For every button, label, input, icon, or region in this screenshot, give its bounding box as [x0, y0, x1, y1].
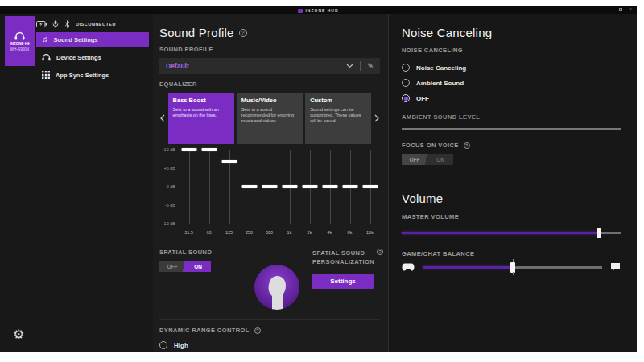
eq-band-500[interactable]: 500	[259, 148, 279, 238]
equalizer-presets: Bass Boost Sets to a sound with an empha…	[159, 93, 380, 144]
eq-y-tick-label: 0 dB	[167, 184, 175, 189]
close-icon[interactable]: ×	[629, 8, 632, 11]
nc-option-ambient-sound[interactable]: Ambient Sound	[402, 79, 621, 87]
eq-slider-handle[interactable]	[322, 185, 337, 188]
gamepad-icon	[402, 263, 415, 271]
equalizer-label: EQUALIZER	[159, 80, 380, 88]
ambient-sound-level-slider	[402, 128, 621, 130]
eq-slider-track	[189, 150, 190, 224]
carousel-left-button[interactable]	[159, 93, 166, 144]
center-tick	[513, 272, 514, 275]
eq-slider-handle[interactable]	[302, 185, 317, 188]
volume-title: Volume	[402, 191, 621, 205]
eq-band-125[interactable]: 125	[219, 148, 239, 238]
drc-option-high[interactable]: High	[159, 341, 380, 349]
headphones-icon	[42, 53, 51, 61]
status-row: DISCONNECTED	[36, 19, 153, 29]
sidebar: INZONE H9 WH-G900N DISCONNECTED ♫ Sound …	[0, 14, 153, 352]
eq-band-2k[interactable]: 2k	[299, 148, 320, 238]
radio-icon	[402, 64, 410, 72]
eq-slider-handle[interactable]	[221, 160, 237, 163]
connection-status: DISCONNECTED	[76, 22, 116, 27]
eq-slider-handle[interactable]	[362, 185, 378, 188]
titlebar: INZONE HUB ×	[0, 6, 637, 14]
noise-canceling-panel: Noise Canceling NOISE CANCELING Noise Ca…	[388, 14, 637, 352]
divider	[360, 61, 361, 71]
sidebar-menu: ♫ Sound Settings Device Settings App Syn…	[36, 32, 153, 82]
sidebar-item-app-sync-settings[interactable]: App Sync Settings	[36, 68, 149, 82]
sound-settings-panel: Sound Profile ? SOUND PROFILE Default ✎ …	[153, 14, 388, 352]
carousel-right-button[interactable]	[374, 93, 380, 144]
sidebar-item-device-settings[interactable]: Device Settings	[36, 50, 149, 64]
eq-slider-handle[interactable]	[181, 148, 196, 151]
minimize-icon[interactable]	[609, 10, 613, 10]
chevron-left-icon	[160, 114, 165, 122]
music-note-icon: ♫	[42, 35, 48, 43]
eq-band-label: 250	[239, 230, 259, 235]
radio-selected-icon	[402, 94, 410, 102]
microphone-icon	[52, 20, 59, 28]
eq-slider-handle[interactable]	[242, 185, 257, 188]
dynamic-range-control-label: DYNAMIC RANGE CONTROL	[159, 327, 250, 334]
eq-band-1k[interactable]: 1k	[279, 148, 299, 238]
settings-gear-button[interactable]: ⚙	[13, 328, 24, 341]
divider	[159, 319, 380, 320]
bluetooth-icon	[64, 20, 70, 28]
help-icon[interactable]: ?	[464, 142, 470, 149]
focus-on-voice-label: FOCUS ON VOICE	[402, 142, 459, 149]
nc-option-noise-canceling[interactable]: Noise Canceling	[402, 64, 621, 72]
chevron-down-icon	[346, 64, 353, 68]
device-name: INZONE H9	[10, 42, 29, 46]
eq-band-31.5[interactable]: 31.5	[179, 148, 199, 238]
spatial-head-avatar	[254, 265, 299, 310]
eq-band-8k[interactable]: 8k	[340, 148, 360, 238]
grid-icon	[42, 71, 50, 79]
eq-slider-handle[interactable]	[262, 185, 277, 188]
eq-slider-track	[209, 150, 210, 224]
device-model: WH-G900N	[10, 47, 29, 51]
edit-pencil-icon[interactable]: ✎	[367, 62, 374, 70]
spatial-sound-label: SPATIAL SOUND	[159, 249, 254, 256]
eq-y-axis: +12 dB+6 dB0 dB-6 dB-12 dB	[159, 148, 179, 238]
sidebar-item-sound-settings[interactable]: ♫ Sound Settings	[36, 32, 149, 47]
eq-band-label: 8k	[340, 230, 360, 235]
spatial-sound-toggle[interactable]: OFF ON	[159, 261, 211, 272]
master-volume-slider[interactable]	[402, 227, 621, 238]
spatial-sound-section: SPATIAL SOUND OFF ON SPATIAL SOUND PERSO…	[159, 249, 380, 310]
nc-option-off[interactable]: OFF	[402, 94, 621, 102]
eq-slider-handle[interactable]	[282, 185, 297, 188]
app-title: INZONE HUB	[305, 8, 338, 13]
eq-band-63[interactable]: 63	[199, 148, 219, 238]
help-icon[interactable]: ?	[254, 327, 261, 334]
sound-profile-dropdown[interactable]: Default ✎	[159, 58, 380, 74]
master-volume-label: MASTER VOLUME	[402, 213, 621, 220]
preset-card-custom[interactable]: Custom Sound settings can be customized.…	[305, 93, 371, 144]
preset-card-music-video[interactable]: Music/Video Sets to a sound recommended …	[237, 93, 303, 144]
radio-icon	[402, 79, 410, 87]
device-tile[interactable]: INZONE H9 WH-G900N	[5, 16, 35, 66]
eq-band-4k[interactable]: 4k	[320, 148, 340, 238]
spatial-personalization-label: SPATIAL SOUND PERSONALIZATION	[312, 249, 385, 267]
eq-band-16k[interactable]: 16k	[360, 148, 380, 238]
eq-bands: 31.5631252505001k2k4k8k16k	[179, 148, 380, 238]
game-chat-balance-slider[interactable]	[423, 261, 602, 273]
eq-band-label: 125	[219, 230, 239, 235]
eq-band-250[interactable]: 250	[239, 148, 259, 238]
eq-y-tick-label: +6 dB	[163, 166, 175, 171]
sound-profile-value: Default	[166, 62, 346, 70]
master-volume-thumb[interactable]	[597, 228, 601, 238]
preset-card-bass-boost[interactable]: Bass Boost Sets to a sound with an empha…	[168, 93, 234, 144]
eq-band-label: 31.5	[179, 230, 199, 235]
chevron-right-icon	[374, 114, 379, 122]
master-volume-fill	[402, 232, 599, 234]
help-icon[interactable]: ?	[377, 249, 383, 255]
eq-slider-handle[interactable]	[342, 185, 357, 188]
eq-slider-handle[interactable]	[201, 148, 217, 151]
ambient-sound-level-label: AMBIENT SOUND LEVEL	[402, 113, 621, 121]
help-icon[interactable]: ?	[239, 29, 247, 37]
eq-y-tick-label: -6 dB	[165, 203, 175, 208]
spatial-settings-button[interactable]: Settings	[312, 274, 374, 289]
page-title: Sound Profile	[159, 26, 234, 39]
maximize-icon[interactable]	[619, 8, 622, 11]
headphones-icon	[14, 31, 25, 40]
